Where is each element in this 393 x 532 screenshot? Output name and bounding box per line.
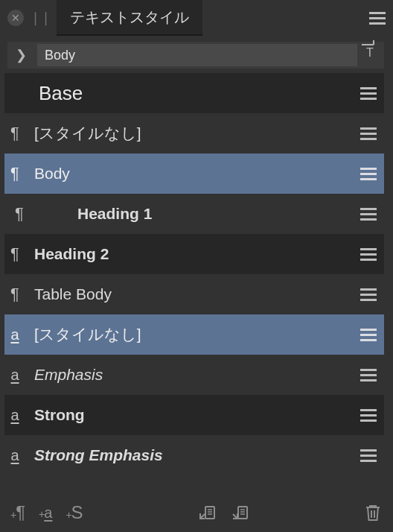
style-row-strong[interactable]: a Strong	[4, 395, 384, 435]
styles-list: Base ¶ [スタイルなし] ¶ Body ¶ Heading 1 ¶ Hea…	[0, 73, 393, 493]
chevron-right-icon[interactable]: ❯	[7, 47, 34, 63]
s-icon: S	[71, 502, 83, 523]
pilcrow-icon: ¶	[6, 124, 24, 143]
row-menu-icon[interactable]	[360, 208, 377, 221]
row-menu-icon[interactable]	[360, 248, 377, 261]
style-label: Strong Emphasis	[34, 446, 350, 464]
row-menu-icon[interactable]	[360, 369, 377, 381]
style-row-body[interactable]: ¶ Body	[4, 153, 384, 194]
style-label: Strong	[34, 406, 350, 424]
panel-menu-icon[interactable]	[369, 12, 386, 25]
close-icon[interactable]: ✕	[7, 10, 24, 26]
style-label: Body	[34, 165, 350, 183]
breadcrumb: ❯ Body T	[7, 42, 384, 69]
panel-tabbar: ✕ ❘❘ テキストスタイル	[0, 0, 393, 36]
style-row-heading-2[interactable]: ¶ Heading 2	[4, 234, 384, 274]
style-label: Heading 2	[34, 245, 350, 263]
new-style-group-button[interactable]: + S	[66, 502, 83, 523]
row-menu-icon[interactable]	[360, 87, 377, 100]
current-style-field[interactable]: Body	[37, 44, 357, 66]
pilcrow-icon: ¶	[6, 244, 24, 264]
style-row-table-body[interactable]: ¶ Table Body	[4, 274, 384, 314]
style-group-base[interactable]: Base	[4, 73, 384, 113]
style-row-no-style-paragraph[interactable]: ¶ [スタイルなし]	[4, 113, 384, 153]
style-row-heading-1[interactable]: ¶ Heading 1	[4, 194, 384, 234]
character-icon: a	[6, 326, 24, 343]
tab-label: テキストスタイル	[70, 7, 189, 28]
svg-rect-2	[238, 507, 247, 519]
style-label: [スタイルなし]	[34, 324, 350, 345]
row-menu-icon[interactable]	[360, 329, 377, 341]
character-icon: a	[6, 407, 24, 424]
new-character-style-button[interactable]: + a	[39, 504, 52, 522]
row-menu-icon[interactable]	[360, 409, 377, 422]
style-label: Table Body	[34, 285, 350, 303]
collapse-icon[interactable]: ❘❘	[30, 10, 51, 26]
pilcrow-icon: ¶	[16, 502, 25, 523]
style-label: [スタイルなし]	[34, 123, 350, 144]
current-style-label: Body	[45, 48, 75, 63]
new-paragraph-style-button[interactable]: + ¶	[10, 502, 25, 523]
row-menu-icon[interactable]	[360, 168, 377, 180]
delete-icon[interactable]	[363, 503, 383, 522]
style-label: Heading 1	[39, 205, 350, 223]
svg-text:T: T	[366, 46, 374, 59]
character-icon: a	[6, 447, 24, 464]
pilcrow-icon: ¶	[10, 204, 28, 224]
update-paragraph-style-button[interactable]	[197, 503, 217, 522]
character-icon: a	[44, 504, 52, 522]
update-character-style-button[interactable]	[230, 503, 249, 522]
row-menu-icon[interactable]	[360, 288, 377, 301]
style-row-no-style-character[interactable]: a [スタイルなし]	[4, 314, 384, 355]
group-label: Base	[10, 82, 350, 105]
row-menu-icon[interactable]	[360, 449, 377, 462]
text-styles-panel: ✕ ❘❘ テキストスタイル ❯ Body T Base ¶	[0, 0, 393, 532]
style-label: Emphasis	[34, 366, 350, 384]
style-row-strong-emphasis[interactable]: a Strong Emphasis	[4, 435, 384, 475]
pilcrow-icon: ¶	[6, 285, 24, 304]
pilcrow-icon: ¶	[6, 164, 24, 183]
svg-rect-1	[205, 507, 214, 519]
style-row-emphasis[interactable]: a Emphasis	[4, 355, 384, 395]
panel-footer: + ¶ + a + S	[0, 493, 393, 532]
tab-text-styles[interactable]: テキストスタイル	[57, 0, 202, 36]
row-menu-icon[interactable]	[360, 127, 377, 140]
reset-formatting-icon[interactable]: T	[359, 39, 380, 60]
character-icon: a	[6, 367, 24, 384]
